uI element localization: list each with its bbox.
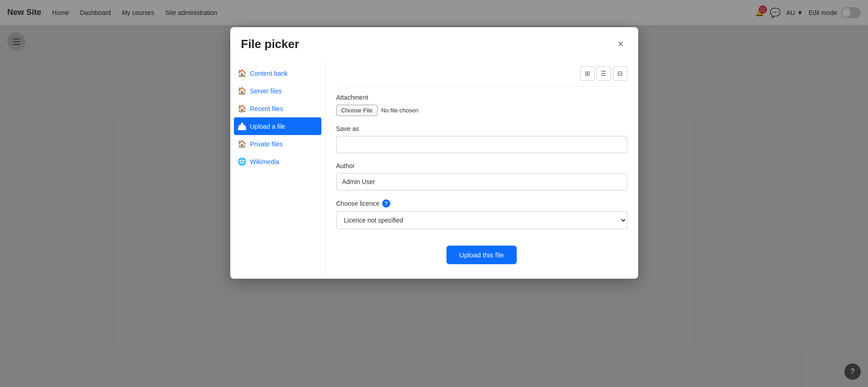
list-icon: ☰ bbox=[601, 70, 606, 77]
licence-label: Choose licence bbox=[336, 200, 380, 207]
modal-close-button[interactable]: × bbox=[614, 36, 627, 52]
author-section: Author bbox=[336, 162, 627, 190]
nav-item-server-files-label: Server files bbox=[250, 87, 282, 95]
licence-select[interactable]: Licence not specified All rights reserve… bbox=[336, 211, 627, 229]
choose-file-button[interactable]: Choose File bbox=[336, 105, 378, 116]
private-files-icon: 🏠 bbox=[238, 140, 247, 148]
nav-item-wikimedia-label: Wikimedia bbox=[250, 158, 280, 165]
file-picker-modal: File picker × 🏠 Content bank 🏠 Server fi… bbox=[230, 27, 638, 279]
upload-this-file-button[interactable]: Upload this file bbox=[446, 246, 516, 264]
modal-title: File picker bbox=[241, 37, 300, 51]
nav-item-recent-files-label: Recent files bbox=[250, 105, 283, 112]
attachment-label: Attachment bbox=[336, 94, 627, 101]
grid-icon: ⊞ bbox=[585, 70, 590, 77]
upload-button-row: Upload this file bbox=[336, 238, 627, 271]
nav-item-wikimedia[interactable]: 🌐 Wikimedia bbox=[230, 153, 325, 170]
nav-item-content-bank-label: Content bank bbox=[250, 70, 288, 77]
grid-view-button[interactable]: ⊞ bbox=[580, 66, 595, 81]
file-picker-content: ⊞ ☰ ⊟ Attachment Choose File No file cho… bbox=[325, 59, 638, 279]
save-as-label: Save as bbox=[336, 125, 627, 132]
upload-file-icon: 📤 bbox=[238, 122, 247, 131]
save-as-input[interactable] bbox=[336, 136, 627, 153]
nav-item-content-bank[interactable]: 🏠 Content bank bbox=[230, 64, 325, 82]
tree-view-button[interactable]: ⊟ bbox=[613, 66, 627, 81]
licence-help-icon[interactable]: ? bbox=[382, 199, 390, 208]
author-label: Author bbox=[336, 162, 627, 169]
licence-label-row: Choose licence ? bbox=[336, 199, 627, 208]
file-picker-nav: 🏠 Content bank 🏠 Server files 🏠 Recent f… bbox=[230, 59, 325, 279]
recent-files-icon: 🏠 bbox=[238, 104, 247, 113]
nav-item-recent-files[interactable]: 🏠 Recent files bbox=[230, 100, 325, 117]
nav-item-upload-file-label: Upload a file bbox=[250, 123, 286, 130]
modal-overlay: File picker × 🏠 Content bank 🏠 Server fi… bbox=[0, 0, 868, 387]
tree-icon: ⊟ bbox=[617, 70, 623, 77]
wikimedia-icon: 🌐 bbox=[238, 157, 247, 166]
nav-item-private-files[interactable]: 🏠 Private files bbox=[230, 135, 325, 153]
file-input-row: Choose File No file chosen bbox=[336, 105, 627, 116]
author-input[interactable] bbox=[336, 173, 627, 190]
list-view-button[interactable]: ☰ bbox=[596, 66, 611, 81]
modal-body: 🏠 Content bank 🏠 Server files 🏠 Recent f… bbox=[230, 59, 638, 279]
nav-item-private-files-label: Private files bbox=[250, 140, 283, 148]
save-as-section: Save as bbox=[336, 125, 627, 153]
modal-header: File picker × bbox=[230, 27, 638, 59]
nav-item-upload-file[interactable]: 📤 Upload a file bbox=[234, 117, 321, 135]
no-file-text: No file chosen bbox=[381, 107, 418, 114]
view-toolbar: ⊞ ☰ ⊟ bbox=[336, 66, 627, 87]
licence-section: Choose licence ? Licence not specified A… bbox=[336, 199, 627, 229]
attachment-section: Attachment Choose File No file chosen bbox=[336, 94, 627, 116]
content-bank-icon: 🏠 bbox=[238, 69, 247, 77]
server-files-icon: 🏠 bbox=[238, 87, 247, 95]
nav-item-server-files[interactable]: 🏠 Server files bbox=[230, 82, 325, 100]
